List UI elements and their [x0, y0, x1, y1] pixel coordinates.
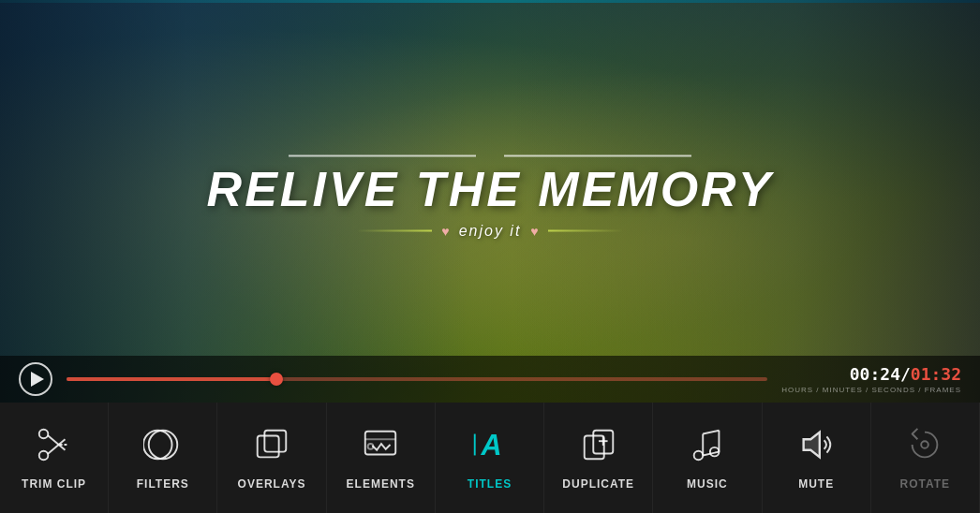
titles-icon: A	[469, 425, 509, 470]
svg-rect-9	[365, 432, 395, 455]
tool-rotate[interactable]: ROTATE	[871, 403, 980, 513]
progress-track[interactable]	[67, 377, 767, 381]
svg-point-0	[38, 451, 48, 461]
tool-filters[interactable]: FILTERS	[109, 403, 217, 513]
tool-mute[interactable]: MUTE	[763, 403, 871, 513]
time-display: 00:24/01:32 HOURS / MINUTES / SECONDS / …	[781, 364, 961, 394]
mute-icon	[796, 425, 836, 470]
progress-thumb[interactable]	[270, 373, 283, 386]
overlays-icon	[252, 425, 291, 470]
title-line-right	[504, 155, 691, 157]
playback-bar: 00:24/01:32 HOURS / MINUTES / SECONDS / …	[0, 356, 980, 403]
toolbar: TRIM CLIP FILTERS OVERLAYS	[0, 403, 980, 513]
play-button[interactable]	[19, 362, 52, 396]
svg-line-23	[703, 431, 719, 434]
music-label: MUSIC	[687, 477, 728, 491]
music-icon	[688, 425, 727, 470]
filters-icon	[143, 425, 183, 470]
play-icon	[31, 372, 44, 387]
elements-label: ELEMENTS	[347, 477, 415, 491]
subtitle-line-left	[357, 230, 432, 232]
title-decoration-top	[162, 155, 818, 157]
duplicate-icon	[579, 425, 618, 470]
video-subtitle: enjoy it	[459, 223, 522, 240]
subtitle-line-right	[548, 230, 623, 232]
tool-trim-clip[interactable]: TRIM CLIP	[0, 403, 109, 513]
svg-point-18	[694, 451, 704, 461]
overlays-label: OVERLAYS	[238, 477, 306, 491]
tool-elements[interactable]: ELEMENTS	[327, 403, 436, 513]
subtitle-row: ♥ enjoy it ♥	[162, 223, 818, 240]
svg-rect-7	[258, 435, 279, 457]
svg-point-25	[922, 441, 929, 448]
title-overlay: RELIVE THE MEMORY ♥ enjoy it ♥	[162, 155, 818, 240]
svg-point-5	[149, 431, 178, 460]
time-labels: HOURS / MINUTES / SECONDS / FRAMES	[781, 386, 961, 394]
svg-text:A: A	[481, 429, 502, 461]
duplicate-label: DUPLICATE	[562, 477, 634, 491]
scissors-icon	[35, 425, 74, 470]
svg-marker-24	[804, 432, 820, 458]
tool-music[interactable]: MUSIC	[653, 403, 762, 513]
tool-duplicate[interactable]: DUPLICATE	[544, 403, 653, 513]
tool-overlays[interactable]: OVERLAYS	[217, 403, 326, 513]
time-total: 01:32	[911, 364, 961, 384]
svg-point-6	[143, 431, 172, 460]
trim-clip-label: TRIM CLIP	[22, 477, 86, 491]
progress-fill	[67, 377, 276, 381]
svg-point-1	[38, 430, 48, 439]
rotate-label: ROTATE	[900, 477, 951, 491]
elements-icon	[361, 425, 400, 470]
svg-rect-8	[264, 431, 286, 452]
video-player: RELIVE THE MEMORY ♥ enjoy it ♥ 00:24/01:…	[0, 0, 980, 403]
svg-rect-14	[584, 435, 603, 459]
rotate-icon	[905, 425, 944, 470]
heart-left: ♥	[441, 224, 449, 239]
time-current: 00:24	[850, 364, 900, 384]
title-line-left	[289, 155, 476, 157]
filters-label: FILTERS	[137, 477, 189, 491]
video-main-title: RELIVE THE MEMORY	[162, 165, 818, 213]
heart-right: ♥	[530, 224, 538, 239]
tool-titles[interactable]: A TITLES	[436, 403, 544, 513]
mute-label: MUTE	[798, 477, 834, 491]
titles-label: TITLES	[468, 477, 512, 491]
svg-point-11	[368, 444, 374, 449]
